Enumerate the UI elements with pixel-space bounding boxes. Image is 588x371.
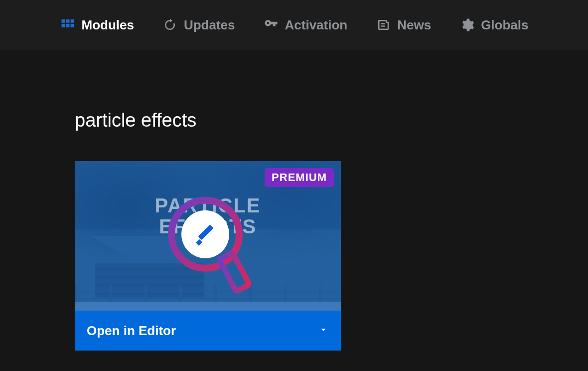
svg-rect-1 xyxy=(66,19,69,23)
module-card-particle-effects[interactable]: PARTICLE EFFECTS PREMIUM xyxy=(75,161,341,351)
nav-tab-modules[interactable]: Modules xyxy=(60,17,134,33)
gear-icon xyxy=(459,17,475,33)
nav-label: News xyxy=(397,17,431,33)
watermark-line: EFFECTS xyxy=(75,216,341,237)
nav-label: Updates xyxy=(184,17,235,33)
caret-down-icon xyxy=(318,324,329,337)
nav-label: Activation xyxy=(285,17,348,33)
content-area: particle effects PARTICLE EFFECTS PREMIU… xyxy=(0,50,588,351)
svg-rect-3 xyxy=(61,24,65,27)
watermark-line: PARTICLE xyxy=(75,195,341,216)
svg-rect-2 xyxy=(70,19,74,23)
key-icon xyxy=(263,17,279,33)
svg-rect-0 xyxy=(61,19,65,23)
nav-label: Modules xyxy=(82,17,134,33)
open-in-editor-label: Open in Editor xyxy=(87,323,176,339)
thumbnail-watermark: PARTICLE EFFECTS xyxy=(75,195,341,237)
svg-rect-4 xyxy=(66,24,69,27)
nav-tab-globals[interactable]: Globals xyxy=(459,17,528,33)
nav-tab-activation[interactable]: Activation xyxy=(263,17,348,33)
nav-label: Globals xyxy=(481,17,528,33)
nav-tab-updates[interactable]: Updates xyxy=(162,17,235,33)
premium-badge: PREMIUM xyxy=(265,168,334,187)
section-title: particle effects xyxy=(75,110,588,131)
top-nav: Modules Updates Activation News Globals xyxy=(0,0,588,50)
update-icon xyxy=(162,17,178,33)
news-icon xyxy=(375,17,391,33)
open-in-editor-button[interactable]: Open in Editor xyxy=(75,311,341,351)
module-thumbnail[interactable]: PARTICLE EFFECTS PREMIUM xyxy=(75,161,341,311)
svg-rect-5 xyxy=(70,24,74,27)
grid-icon xyxy=(60,17,76,33)
nav-tab-news[interactable]: News xyxy=(375,17,431,33)
